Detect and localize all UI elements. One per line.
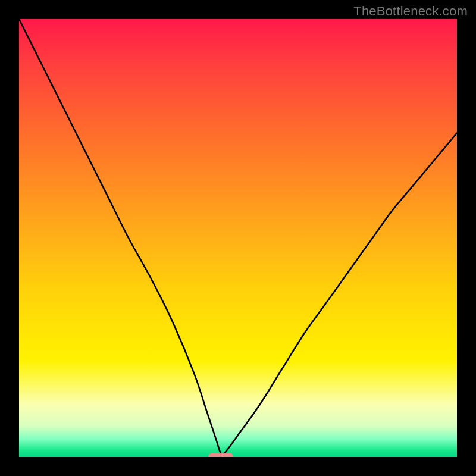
- bottleneck-curve: [19, 19, 457, 457]
- plot-area: [19, 19, 457, 457]
- optimum-marker: [208, 453, 233, 457]
- chart-frame: TheBottleneck.com: [0, 0, 476, 476]
- watermark-text: TheBottleneck.com: [353, 4, 468, 19]
